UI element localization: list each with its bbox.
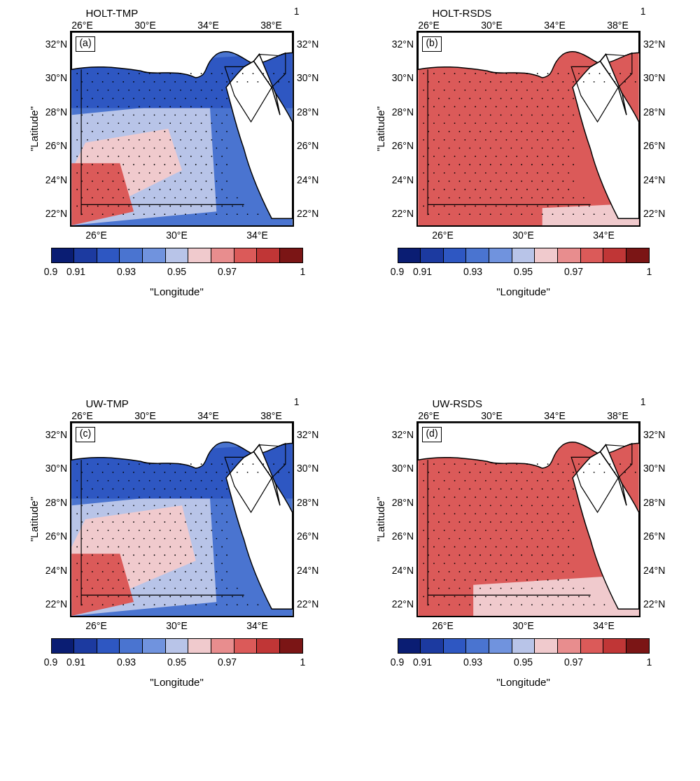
lon-tick: 34°E bbox=[191, 410, 226, 421]
svg-point-880 bbox=[506, 463, 507, 465]
svg-point-206 bbox=[201, 172, 202, 174]
svg-point-193 bbox=[226, 164, 227, 165]
svg-point-1090 bbox=[542, 571, 543, 572]
svg-point-951 bbox=[496, 497, 497, 498]
svg-point-787 bbox=[211, 563, 212, 564]
lat-tick: 32°N bbox=[46, 430, 67, 439]
svg-point-606 bbox=[113, 472, 114, 473]
svg-point-443 bbox=[469, 148, 470, 149]
svg-point-115 bbox=[190, 122, 192, 124]
svg-point-716 bbox=[97, 530, 99, 531]
svg-point-289 bbox=[258, 213, 259, 215]
lat-ticks-right: 32°N30°N28°N26°N24°N22°N bbox=[294, 428, 321, 610]
svg-point-824 bbox=[133, 588, 134, 589]
svg-point-1022 bbox=[459, 538, 461, 540]
svg-point-54 bbox=[180, 90, 181, 91]
svg-point-179 bbox=[81, 164, 83, 165]
svg-point-773 bbox=[226, 554, 227, 556]
svg-point-330 bbox=[604, 81, 606, 83]
svg-point-124 bbox=[133, 131, 134, 132]
svg-point-417 bbox=[510, 131, 512, 132]
svg-point-512 bbox=[562, 181, 564, 182]
svg-point-802 bbox=[216, 571, 217, 572]
lat-tick: 22°N bbox=[46, 599, 67, 609]
svg-point-39 bbox=[247, 81, 248, 83]
svg-point-571 bbox=[521, 213, 522, 215]
lon-tick: 26°E bbox=[412, 20, 447, 31]
svg-point-937 bbox=[510, 488, 512, 490]
svg-point-74 bbox=[76, 106, 78, 108]
svg-point-1067 bbox=[454, 563, 456, 564]
svg-point-491 bbox=[496, 172, 497, 174]
svg-point-127 bbox=[164, 131, 165, 132]
svg-point-205 bbox=[190, 172, 192, 174]
svg-point-277 bbox=[133, 213, 134, 215]
svg-point-55 bbox=[190, 90, 192, 91]
svg-point-928 bbox=[568, 480, 569, 481]
lat-ticks-right: 32°N30°N28°N26°N24°N22°N bbox=[640, 428, 668, 610]
svg-point-254 bbox=[237, 197, 238, 199]
svg-point-635 bbox=[190, 480, 192, 481]
svg-point-704 bbox=[133, 521, 134, 523]
lon-tick: 34°E bbox=[587, 230, 622, 241]
svg-point-674 bbox=[133, 505, 134, 506]
svg-point-681 bbox=[206, 505, 207, 506]
svg-point-732 bbox=[113, 538, 114, 540]
svg-point-568 bbox=[490, 213, 491, 215]
svg-point-990 bbox=[438, 521, 440, 523]
svg-point-844 bbox=[169, 596, 171, 598]
svg-point-849 bbox=[221, 596, 223, 598]
svg-point-40 bbox=[258, 81, 259, 83]
svg-point-709 bbox=[185, 521, 186, 523]
svg-point-680 bbox=[195, 505, 197, 506]
svg-point-1132 bbox=[496, 596, 497, 598]
svg-point-11 bbox=[169, 73, 171, 74]
svg-point-837 bbox=[97, 596, 99, 598]
svg-point-717 bbox=[108, 530, 109, 531]
svg-point-856 bbox=[122, 604, 124, 605]
svg-point-430 bbox=[485, 139, 486, 141]
svg-point-706 bbox=[154, 521, 155, 523]
lat-tick: 22°N bbox=[643, 209, 665, 218]
lat-tick: 26°N bbox=[643, 141, 665, 150]
svg-point-317 bbox=[469, 81, 470, 83]
svg-point-264 bbox=[169, 206, 171, 207]
svg-point-220 bbox=[195, 181, 197, 182]
svg-point-76 bbox=[97, 106, 99, 108]
svg-point-622 bbox=[278, 472, 279, 473]
svg-point-136 bbox=[97, 139, 99, 141]
svg-point-903 bbox=[531, 472, 533, 473]
svg-point-353 bbox=[469, 98, 470, 99]
svg-point-358 bbox=[521, 98, 522, 99]
svg-point-828 bbox=[174, 588, 176, 589]
svg-point-902 bbox=[521, 472, 522, 473]
lat-tick: 26°N bbox=[297, 531, 318, 541]
svg-point-743 bbox=[226, 538, 227, 540]
svg-point-577 bbox=[583, 213, 584, 215]
svg-point-41 bbox=[267, 81, 269, 83]
svg-point-846 bbox=[190, 596, 192, 598]
svg-point-237 bbox=[211, 189, 212, 190]
svg-point-784 bbox=[180, 563, 181, 564]
svg-point-309 bbox=[599, 73, 601, 74]
svg-point-690 bbox=[139, 513, 140, 514]
svg-point-448 bbox=[521, 148, 522, 149]
svg-point-724 bbox=[180, 530, 181, 531]
svg-point-360 bbox=[542, 98, 543, 99]
svg-point-419 bbox=[531, 131, 533, 132]
svg-point-730 bbox=[92, 538, 93, 540]
svg-point-199 bbox=[128, 172, 130, 174]
svg-point-129 bbox=[185, 131, 186, 132]
cbar-tick: 0.93 bbox=[117, 656, 136, 668]
svg-point-1142 bbox=[428, 604, 429, 605]
svg-point-659 bbox=[128, 497, 130, 498]
svg-point-126 bbox=[154, 131, 155, 132]
svg-point-1041 bbox=[496, 547, 497, 548]
svg-point-510 bbox=[542, 181, 543, 182]
svg-point-31 bbox=[164, 81, 165, 83]
svg-point-134 bbox=[76, 139, 78, 141]
svg-point-1100 bbox=[485, 579, 486, 581]
lat-tick: 22°N bbox=[46, 209, 67, 218]
svg-point-133 bbox=[226, 131, 227, 132]
svg-point-1071 bbox=[496, 563, 497, 564]
